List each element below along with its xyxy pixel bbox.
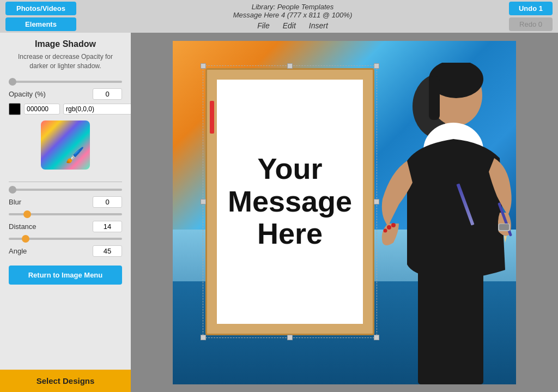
photos-videos-button[interactable]: Photos/Videos — [5, 2, 76, 15]
distance-slider[interactable] — [9, 213, 122, 215]
eyedropper-icon: 🖌️ — [65, 146, 84, 164]
svg-marker-7 — [504, 236, 507, 243]
message-line1: Your — [257, 152, 322, 185]
distance-value-input[interactable]: 14 — [93, 221, 122, 232]
opacity-value-input[interactable]: 0 — [93, 88, 122, 100]
color-picker-preview[interactable]: 🖌️ — [41, 120, 90, 170]
elements-button[interactable]: Elements — [5, 17, 76, 31]
sign-inner: Your Message Here — [217, 80, 363, 324]
color-row: 000000 rgb(0,0,0) — [9, 103, 122, 115]
undo-button[interactable]: Undo 1 — [509, 2, 553, 15]
redo-button: Redo 0 — [509, 17, 553, 31]
svg-point-12 — [391, 223, 396, 227]
menu-edit[interactable]: Edit — [283, 21, 296, 30]
message-info: Message Here 4 (777 x 811 @ 100%) — [81, 11, 505, 19]
svg-point-11 — [387, 225, 391, 230]
message-line3: Here — [257, 217, 323, 250]
sign-marker — [210, 101, 214, 134]
sign-frame: Your Message Here — [205, 68, 374, 335]
svg-rect-3 — [429, 76, 440, 120]
distance-label: Distance — [9, 222, 47, 231]
angle-value-input[interactable]: 45 — [93, 245, 122, 257]
person-area — [363, 63, 516, 384]
color-swatch[interactable] — [9, 103, 21, 115]
svg-rect-8 — [418, 259, 483, 384]
message-line2: Message — [228, 185, 352, 218]
canvas-container: Your Message Here — [173, 41, 516, 384]
opacity-label: Opacity (%) — [9, 90, 47, 98]
toolbar-right: Undo 1 Redo 0 — [509, 2, 553, 31]
left-panel: Image Shadow Increase or decrease Opacit… — [0, 33, 131, 392]
blur-value-input[interactable]: 0 — [93, 196, 122, 208]
menu-file[interactable]: File — [257, 21, 270, 30]
select-designs-button[interactable]: Select Designs — [0, 370, 131, 392]
blur-label: Blur — [9, 198, 47, 206]
angle-slider[interactable] — [9, 238, 122, 240]
sign-message-text: Your Message Here — [228, 153, 352, 250]
distance-row: Distance 14 — [9, 221, 122, 232]
person-svg — [363, 63, 516, 384]
toolbar: Photos/Videos Elements Library: People T… — [0, 0, 558, 33]
canvas-area[interactable]: Your Message Here — [131, 33, 558, 392]
menu-bar: File Edit Insert — [81, 21, 505, 30]
toolbar-center-info: Library: People Templates Message Here 4… — [81, 3, 505, 30]
svg-rect-10 — [499, 224, 509, 230]
color-hex-input[interactable]: 000000 — [24, 104, 60, 114]
opacity-row: Opacity (%) 0 — [9, 88, 122, 100]
blur-slider[interactable] — [9, 189, 122, 191]
sign-wrapper: Your Message Here — [205, 68, 374, 335]
opacity-slider[interactable] — [9, 81, 122, 83]
svg-point-13 — [384, 228, 387, 232]
divider-1 — [9, 182, 122, 182]
return-to-image-menu-button[interactable]: Return to Image Menu — [9, 266, 122, 285]
toolbar-btn-group: Photos/Videos Elements — [5, 2, 76, 31]
panel-subtitle: Increase or decrease Opacity for darker … — [9, 52, 122, 71]
angle-row: Angle 45 — [9, 245, 122, 257]
main-content: Image Shadow Increase or decrease Opacit… — [0, 33, 558, 392]
angle-label: Angle — [9, 247, 47, 255]
panel-title: Image Shadow — [9, 39, 122, 49]
scene-background: Your Message Here — [173, 41, 516, 384]
blur-row: Blur 0 — [9, 196, 122, 208]
library-info: Library: People Templates — [81, 3, 505, 11]
menu-insert[interactable]: Insert — [309, 21, 328, 30]
